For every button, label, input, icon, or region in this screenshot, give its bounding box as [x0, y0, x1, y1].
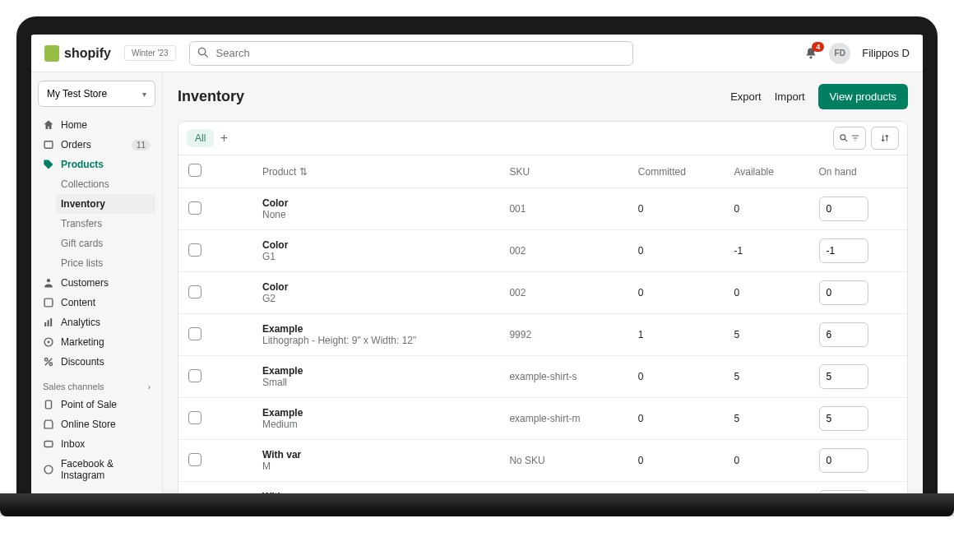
cell-committed: 0: [628, 440, 725, 482]
sidebar-item-online-store[interactable]: Online Store: [38, 414, 155, 434]
svg-rect-14: [46, 400, 52, 409]
col-available[interactable]: Available: [724, 155, 808, 188]
sidebar-item-label: Inbox: [61, 438, 85, 450]
search-input[interactable]: [189, 41, 633, 66]
sidebar-item-label: Orders: [61, 139, 91, 150]
product-variant: None: [262, 209, 489, 220]
sidebar-item-inbox[interactable]: Inbox: [38, 434, 155, 454]
product-variant: Lithograph - Height: 9" x Width: 12": [262, 335, 489, 346]
cell-sku: 001: [499, 188, 628, 230]
on-hand-input[interactable]: [819, 197, 868, 221]
sidebar-item-products[interactable]: Products: [38, 155, 155, 174]
sidebar-item-transfers[interactable]: Transfers: [56, 214, 155, 234]
cell-sku: No SKU: [499, 482, 628, 494]
content-icon: [43, 297, 54, 308]
on-hand-input[interactable]: [819, 238, 868, 263]
chevron-right-icon[interactable]: ›: [148, 382, 151, 391]
product-name[interactable]: Color: [262, 281, 489, 293]
col-committed[interactable]: Committed: [628, 155, 725, 188]
cell-committed: 0: [628, 482, 725, 494]
store-name: My Test Store: [47, 88, 107, 100]
sidebar-item-label: Home: [61, 119, 87, 131]
sidebar-item-inventory[interactable]: Inventory: [56, 194, 155, 214]
product-name[interactable]: Example: [262, 323, 489, 335]
add-view-button[interactable]: +: [214, 131, 234, 146]
select-all-checkbox[interactable]: [188, 164, 201, 177]
cell-available: 0: [724, 188, 808, 230]
on-hand-input[interactable]: [819, 406, 868, 431]
sidebar-item-marketing[interactable]: Marketing: [38, 332, 155, 352]
sidebar-item-discounts[interactable]: Discounts: [38, 352, 155, 372]
sidebar-item-price-lists[interactable]: Price lists: [56, 253, 155, 273]
row-checkbox[interactable]: [188, 201, 201, 215]
view-products-button[interactable]: View products: [818, 84, 908, 109]
product-name[interactable]: Example: [262, 365, 489, 377]
product-name[interactable]: Color: [262, 239, 489, 251]
sidebar-item-label: Transfers: [61, 218, 102, 229]
sidebar-item-label: Content: [61, 297, 95, 308]
table-row: Color G1 002 0 -1: [178, 230, 907, 272]
analytics-icon: [43, 317, 54, 328]
svg-rect-8: [50, 318, 52, 326]
svg-point-12: [49, 363, 53, 366]
search-filter-button[interactable]: [833, 127, 866, 150]
sidebar-item-content[interactable]: Content: [38, 293, 155, 312]
svg-rect-6: [44, 322, 46, 326]
col-sku[interactable]: SKU: [499, 155, 628, 188]
user-name[interactable]: Filippos D: [862, 47, 910, 59]
svg-rect-7: [48, 320, 49, 326]
table-row: With var M No SKU 0 0: [178, 440, 907, 482]
row-checkbox[interactable]: [188, 285, 201, 299]
sort-button[interactable]: [871, 127, 899, 150]
on-hand-input[interactable]: [819, 280, 868, 305]
notifications-button[interactable]: 4: [804, 47, 817, 60]
app-header: shopify Winter '23 4 FD Filippos D: [31, 35, 923, 72]
row-checkbox[interactable]: [188, 411, 201, 424]
cell-sku: 002: [499, 272, 628, 314]
sidebar-item-fb-ig[interactable]: Facebook & Instagram: [38, 454, 155, 485]
product-name[interactable]: With var: [262, 491, 489, 493]
table-row: Color None 001 0 0: [178, 188, 907, 230]
col-on-hand[interactable]: On hand: [809, 155, 907, 188]
product-name[interactable]: Color: [262, 197, 489, 209]
sidebar-item-label: Products: [61, 159, 104, 170]
sidebar-item-customers[interactable]: Customers: [38, 273, 155, 293]
avatar[interactable]: FD: [829, 43, 850, 64]
sidebar-item-analytics[interactable]: Analytics: [38, 312, 155, 332]
store-selector[interactable]: My Test Store ▾: [38, 81, 155, 107]
row-checkbox[interactable]: [188, 327, 201, 340]
export-button[interactable]: Export: [730, 90, 762, 103]
sidebar-item-label: Online Store: [61, 419, 116, 430]
on-hand-input[interactable]: [819, 364, 868, 389]
product-variant: G1: [262, 251, 489, 262]
row-checkbox[interactable]: [188, 369, 201, 382]
home-icon: [43, 119, 54, 131]
product-name[interactable]: With var: [262, 449, 489, 460]
page-title: Inventory: [178, 88, 244, 105]
on-hand-input[interactable]: [819, 448, 868, 473]
product-variant: Small: [262, 377, 489, 388]
on-hand-input[interactable]: [819, 490, 868, 493]
shopify-logo[interactable]: shopify: [44, 45, 111, 62]
sidebar-item-home[interactable]: Home: [38, 115, 155, 135]
import-button[interactable]: Import: [775, 90, 805, 103]
svg-point-16: [44, 465, 53, 474]
product-name[interactable]: Example: [262, 407, 489, 419]
row-checkbox[interactable]: [188, 243, 201, 257]
on-hand-input[interactable]: [819, 322, 868, 347]
sidebar-item-pos[interactable]: Point of Sale: [38, 395, 155, 414]
table-row: With var L No SKU 0 0: [178, 482, 907, 494]
edition-badge[interactable]: Winter '23: [124, 45, 176, 61]
sidebar-item-label: Discounts: [61, 356, 104, 368]
sidebar-item-gift-cards[interactable]: Gift cards: [56, 234, 155, 253]
row-checkbox[interactable]: [188, 453, 201, 466]
svg-point-0: [198, 48, 205, 54]
notification-count-badge: 4: [812, 42, 824, 52]
col-product[interactable]: Product⇅: [252, 155, 499, 188]
sidebar-item-orders[interactable]: Orders 11: [38, 135, 155, 155]
apps-heading: Apps ›: [38, 490, 155, 493]
cell-available: 0: [724, 440, 808, 482]
tab-all[interactable]: All: [187, 129, 214, 147]
sidebar-item-collections[interactable]: Collections: [56, 174, 155, 194]
table-row: Example Lithograph - Height: 9" x Width:…: [178, 314, 907, 356]
